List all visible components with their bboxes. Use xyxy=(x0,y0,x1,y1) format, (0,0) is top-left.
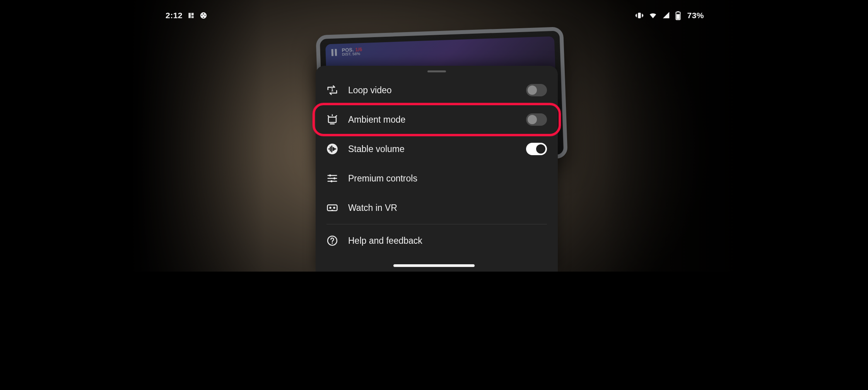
loop-icon xyxy=(326,84,348,96)
status-bar: 2:12 xyxy=(166,11,704,20)
nav-home-handle[interactable] xyxy=(393,264,475,267)
menu-item-loop-video[interactable]: Loop video xyxy=(316,75,558,105)
volume-icon xyxy=(326,143,348,155)
ambient-icon xyxy=(326,114,348,125)
help-icon xyxy=(326,235,348,246)
settings-bottom-sheet[interactable]: Loop videoAmbient modeStable volumePremi… xyxy=(316,66,558,272)
status-battery-pct: 73% xyxy=(687,11,704,20)
toggle-loop-video[interactable] xyxy=(526,84,547,96)
settings-menu: Loop videoAmbient modeStable volumePremi… xyxy=(316,75,558,255)
toggle-ambient-mode[interactable] xyxy=(526,113,547,126)
screen-root: POS. 1/6 DIST. 56% 2:12 xyxy=(132,0,736,272)
status-battery-icon xyxy=(675,11,681,20)
status-vibrate-icon xyxy=(635,11,644,20)
status-soccer-icon xyxy=(200,12,207,19)
status-signal-icon xyxy=(662,11,671,20)
sliders-icon xyxy=(326,173,348,184)
menu-item-watch-in-vr[interactable]: Watch in VR xyxy=(316,193,558,222)
bg-video-hud: POS. 1/6 DIST. 56% xyxy=(330,47,362,57)
status-clock: 2:12 xyxy=(166,11,183,20)
bg-pause-icon xyxy=(330,48,338,56)
sheet-drag-handle[interactable] xyxy=(427,70,446,72)
menu-item-label: Premium controls xyxy=(348,173,547,184)
svg-rect-3 xyxy=(677,11,679,12)
menu-item-stable-volume[interactable]: Stable volume xyxy=(316,134,558,164)
status-app1-icon xyxy=(187,12,195,19)
menu-item-label: Ambient mode xyxy=(348,115,526,125)
menu-item-help-feedback[interactable]: Help and feedback xyxy=(316,226,558,255)
svg-rect-4 xyxy=(677,14,680,19)
menu-item-ambient-mode[interactable]: Ambient mode xyxy=(316,105,558,134)
menu-item-label: Stable volume xyxy=(348,144,526,154)
menu-item-premium-controls[interactable]: Premium controls xyxy=(316,164,558,193)
menu-item-label: Loop video xyxy=(348,85,526,96)
svg-rect-1 xyxy=(638,13,641,19)
menu-item-label: Help and feedback xyxy=(348,236,547,246)
status-wifi-icon xyxy=(648,11,658,20)
toggle-stable-volume[interactable] xyxy=(526,143,547,155)
menu-divider xyxy=(326,224,547,224)
vr-icon xyxy=(326,202,348,214)
menu-item-label: Watch in VR xyxy=(348,203,547,213)
